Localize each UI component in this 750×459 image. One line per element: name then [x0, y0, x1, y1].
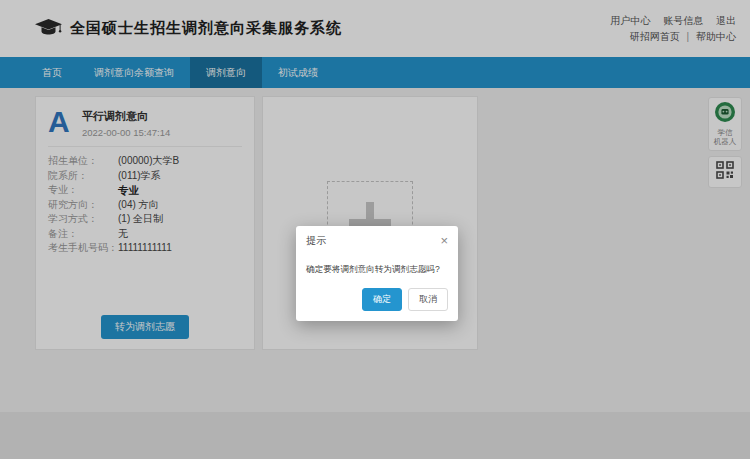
confirm-dialog: 提示 × 确定要将调剂意向转为调剂志愿吗? 确定 取消 [296, 226, 458, 321]
dialog-title: 提示 [306, 234, 326, 248]
close-icon[interactable]: × [440, 236, 448, 246]
page-root: 全国硕士生招生调剂意向采集服务系统 用户中心 账号信息 退出 研招网首页 | 帮… [0, 0, 750, 459]
dialog-header: 提示 × [296, 226, 458, 250]
confirm-button[interactable]: 确定 [362, 288, 402, 311]
dialog-footer: 确定 取消 [296, 288, 458, 321]
cancel-button[interactable]: 取消 [408, 288, 448, 311]
dialog-message: 确定要将调剂意向转为调剂志愿吗? [296, 250, 458, 288]
